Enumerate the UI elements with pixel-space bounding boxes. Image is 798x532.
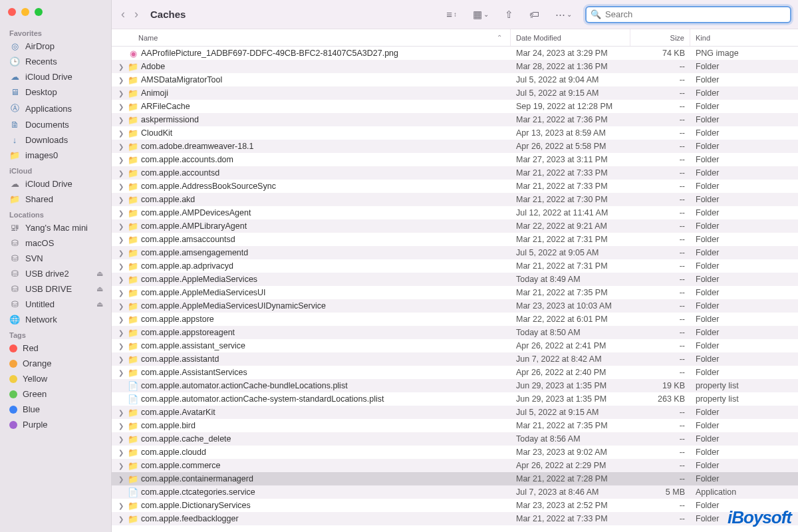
- disclosure-triangle-icon[interactable]: ❯: [117, 422, 125, 430]
- disclosure-triangle-icon[interactable]: ❯: [117, 342, 125, 350]
- file-row[interactable]: ❯📁com.apple.accountsdMar 21, 2022 at 7:3…: [112, 166, 798, 180]
- disclosure-triangle-icon[interactable]: ❯: [117, 130, 125, 137]
- file-row[interactable]: ❯📁com.apple.assistantdJun 7, 2022 at 8:4…: [112, 352, 798, 366]
- file-row[interactable]: ❯📁com.apple.AddressBookSourceSyncMar 21,…: [112, 180, 798, 193]
- file-row[interactable]: ❯📁com.apple.akdMar 21, 2022 at 7:30 PM--…: [112, 193, 798, 206]
- file-row[interactable]: ❯📁com.apple.AMPLibraryAgentMar 22, 2022 …: [112, 219, 798, 233]
- disclosure-triangle-icon[interactable]: ❯: [117, 369, 125, 376]
- disclosure-triangle-icon[interactable]: ❯: [117, 263, 125, 270]
- sidebar-item[interactable]: ⛁USB DRIVE⏏: [0, 281, 111, 297]
- disclosure-triangle-icon[interactable]: ❯: [117, 409, 125, 416]
- disclosure-triangle-icon[interactable]: ❯: [117, 276, 125, 283]
- back-button[interactable]: ‹: [121, 7, 125, 21]
- file-row[interactable]: ❯📄com.apple.ctcategories.serviceJul 7, 2…: [112, 485, 798, 499]
- sidebar-item[interactable]: ⛁SVN: [0, 251, 111, 266]
- column-header-kind[interactable]: Kind: [690, 29, 798, 46]
- disclosure-triangle-icon[interactable]: ❯: [117, 289, 125, 297]
- file-row[interactable]: ❯📁com.apple.amsengagementdJul 5, 2022 at…: [112, 246, 798, 259]
- sidebar-item[interactable]: ◎AirDrop: [0, 39, 111, 54]
- file-row[interactable]: ❯📄com.apple.automator.actionCache-system…: [112, 392, 798, 406]
- eject-icon[interactable]: ⏏: [96, 269, 103, 278]
- file-row[interactable]: ❯📁com.apple.accounts.domMar 27, 2023 at …: [112, 153, 798, 166]
- sidebar-item[interactable]: 🌐Network: [0, 312, 111, 327]
- disclosure-triangle-icon[interactable]: ❯: [117, 502, 125, 509]
- sidebar-item[interactable]: ⛁USB drive2⏏: [0, 266, 111, 281]
- sidebar-item[interactable]: Purple: [0, 417, 111, 432]
- disclosure-triangle-icon[interactable]: ❯: [117, 76, 125, 84]
- disclosure-triangle-icon[interactable]: ❯: [117, 170, 125, 177]
- file-row[interactable]: ❯📁AdobeMar 28, 2022 at 1:36 PM--Folder: [112, 60, 798, 73]
- view-list-button[interactable]: ≡↕: [444, 7, 460, 21]
- sidebar-item[interactable]: 🕒Recents: [0, 54, 111, 69]
- file-row[interactable]: ❯📁com.apple.clouddMar 23, 2023 at 9:02 A…: [112, 446, 798, 459]
- sidebar-item[interactable]: ↓Downloads: [0, 132, 111, 148]
- sidebar-item[interactable]: ☁iCloud Drive: [0, 176, 111, 192]
- tags-button[interactable]: 🏷: [527, 7, 542, 21]
- sidebar-item[interactable]: Orange: [0, 356, 111, 371]
- file-row[interactable]: ❯📁com.apple.AppleMediaServicesUIMar 21, …: [112, 286, 798, 299]
- search-field-wrap[interactable]: 🔍: [585, 6, 791, 23]
- sidebar-item[interactable]: Yellow: [0, 371, 111, 386]
- file-row[interactable]: ❯📁askpermissiondMar 21, 2022 at 7:36 PM-…: [112, 113, 798, 126]
- disclosure-triangle-icon[interactable]: ❯: [117, 475, 125, 483]
- file-row[interactable]: ❯📄com.apple.automator.actionCache-bundle…: [112, 379, 798, 392]
- disclosure-triangle-icon[interactable]: ❯: [117, 449, 125, 456]
- sidebar-item[interactable]: Blue: [0, 402, 111, 417]
- file-row[interactable]: ❯📁com.apple.feedbackloggerMar 21, 2022 a…: [112, 512, 798, 525]
- disclosure-triangle-icon[interactable]: ❯: [117, 515, 125, 523]
- disclosure-triangle-icon[interactable]: ❯: [117, 249, 125, 257]
- file-row[interactable]: ❯📁AnimojiJul 5, 2022 at 9:15 AM--Folder: [112, 86, 798, 100]
- file-row[interactable]: ❯📁com.apple.AssistantServicesApr 26, 202…: [112, 366, 798, 379]
- sidebar-item[interactable]: ⛁Untitled⏏: [0, 297, 111, 312]
- file-row[interactable]: ❯📁com.apple.birdMar 21, 2022 at 7:35 PM-…: [112, 419, 798, 432]
- close-window-button[interactable]: [8, 8, 16, 16]
- file-row[interactable]: ❯📁com.apple.assistant_serviceApr 26, 202…: [112, 339, 798, 352]
- sidebar-item[interactable]: ⛁macOS: [0, 235, 111, 251]
- file-row[interactable]: ❯◉AAProfilePicture_1ADBF697-DDFC-49CB-BF…: [112, 47, 798, 60]
- file-row[interactable]: ❯📁com.apple.DictionaryServicesMar 23, 20…: [112, 499, 798, 512]
- column-header-date[interactable]: Date Modified: [511, 29, 630, 46]
- file-row[interactable]: ❯📁com.apple.AppleMediaServicesToday at 8…: [112, 273, 798, 286]
- file-row[interactable]: ❯📁com.apple.ap.adprivacydMar 21, 2022 at…: [112, 259, 798, 273]
- disclosure-triangle-icon[interactable]: ❯: [117, 90, 125, 97]
- sidebar-item[interactable]: 🖥Desktop: [0, 84, 111, 100]
- disclosure-triangle-icon[interactable]: ❯: [117, 143, 125, 150]
- file-row[interactable]: ❯📁com.apple.AMPDevicesAgentJul 12, 2022 …: [112, 206, 798, 219]
- file-row[interactable]: ❯📁com.apple.containermanagerdMar 21, 202…: [112, 472, 798, 485]
- disclosure-triangle-icon[interactable]: ❯: [117, 209, 125, 217]
- file-row[interactable]: ❯📁com.apple.AppleMediaServicesUIDynamicS…: [112, 299, 798, 313]
- minimize-window-button[interactable]: [21, 8, 29, 16]
- disclosure-triangle-icon[interactable]: ❯: [117, 303, 125, 310]
- file-row[interactable]: ❯📁com.adobe.dreamweaver-18.1Apr 26, 2022…: [112, 140, 798, 153]
- file-row[interactable]: ❯📁CloudKitApr 13, 2023 at 8:59 AM--Folde…: [112, 126, 798, 140]
- disclosure-triangle-icon[interactable]: ❯: [117, 196, 125, 203]
- column-header-name[interactable]: Name⌃: [112, 29, 511, 46]
- file-row[interactable]: ❯📁com.apple.cache_deleteToday at 8:56 AM…: [112, 432, 798, 446]
- disclosure-triangle-icon[interactable]: ❯: [117, 156, 125, 164]
- file-row[interactable]: ❯📁AMSDataMigratorToolJul 5, 2022 at 9:04…: [112, 73, 798, 86]
- forward-button[interactable]: ›: [134, 7, 138, 21]
- disclosure-triangle-icon[interactable]: ❯: [117, 329, 125, 336]
- eject-icon[interactable]: ⏏: [96, 300, 103, 309]
- disclosure-triangle-icon[interactable]: ❯: [117, 236, 125, 243]
- actions-menu-button[interactable]: ⋯⌄: [553, 7, 575, 22]
- column-header-size[interactable]: Size: [630, 29, 690, 46]
- sidebar-item[interactable]: ☁iCloud Drive: [0, 69, 111, 84]
- disclosure-triangle-icon[interactable]: ❯: [117, 436, 125, 443]
- fullscreen-window-button[interactable]: [35, 8, 43, 16]
- file-row[interactable]: ❯📁com.apple.appstoreMar 22, 2022 at 6:01…: [112, 313, 798, 326]
- disclosure-triangle-icon[interactable]: ❯: [117, 223, 125, 230]
- sidebar-item[interactable]: 🖳Yang's Mac mini: [0, 220, 111, 235]
- sidebar-item[interactable]: Red: [0, 340, 111, 356]
- search-input[interactable]: [605, 9, 786, 19]
- file-row[interactable]: ❯📁com.apple.AvatarKitJul 5, 2022 at 9:15…: [112, 406, 798, 419]
- disclosure-triangle-icon[interactable]: ❯: [117, 63, 125, 70]
- sidebar-item[interactable]: Green: [0, 386, 111, 402]
- sidebar-item[interactable]: 📁Shared: [0, 192, 111, 207]
- disclosure-triangle-icon[interactable]: ❯: [117, 316, 125, 323]
- disclosure-triangle-icon[interactable]: ❯: [117, 356, 125, 363]
- disclosure-triangle-icon[interactable]: ❯: [117, 116, 125, 124]
- sidebar-item[interactable]: 📁images0: [0, 148, 111, 163]
- file-row[interactable]: ❯📁com.apple.commerceApr 26, 2022 at 2:29…: [112, 459, 798, 472]
- disclosure-triangle-icon[interactable]: ❯: [117, 183, 125, 190]
